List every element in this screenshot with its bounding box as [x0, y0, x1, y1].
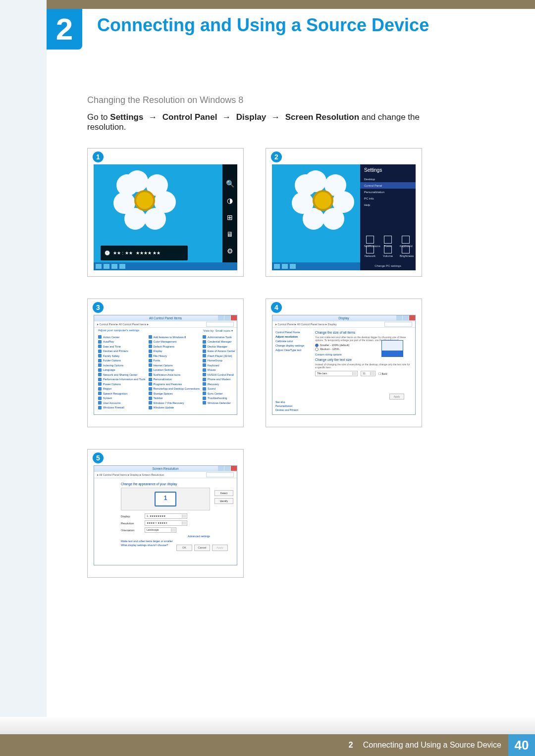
- settings-item-control-panel[interactable]: Control Panel: [360, 182, 416, 189]
- control-panel-item[interactable]: Folder Options: [98, 359, 146, 362]
- taskbar[interactable]: [272, 262, 366, 270]
- control-panel-item[interactable]: User Accounts: [98, 401, 146, 404]
- link-make-larger[interactable]: Make text and other items larger or smal…: [121, 540, 210, 543]
- side-link-calibrate-color[interactable]: Calibrate color: [275, 340, 308, 343]
- keyboard-icon[interactable]: Keyboard: [400, 236, 412, 248]
- display-dropdown[interactable]: 1. ★★★★★★★★: [145, 513, 187, 519]
- control-panel-item[interactable]: Fonts: [149, 359, 200, 362]
- apply-button[interactable]: Apply: [389, 394, 404, 400]
- control-panel-item[interactable]: Taskbar: [149, 397, 200, 400]
- control-panel-item[interactable]: Troubleshooting: [203, 397, 235, 400]
- control-panel-item[interactable]: Notification Area Icons: [149, 373, 200, 376]
- control-panel-window[interactable]: All Control Panel Items ▸ Control Panel …: [94, 315, 237, 415]
- control-panel-item[interactable]: Ease of Access Center: [203, 350, 235, 353]
- control-panel-item[interactable]: AutoPlay: [98, 340, 146, 344]
- control-panel-item[interactable]: Sync Center: [203, 392, 235, 395]
- control-panel-item[interactable]: Display: [149, 350, 200, 353]
- control-panel-item[interactable]: Windows Firewall: [98, 406, 146, 409]
- minimize-button[interactable]: [218, 315, 224, 320]
- control-panel-item[interactable]: Region: [98, 387, 146, 391]
- maximize-button[interactable]: [224, 315, 230, 320]
- control-panel-item[interactable]: Default Programs: [149, 345, 200, 348]
- cancel-button[interactable]: Cancel: [194, 545, 210, 551]
- control-panel-item[interactable]: Language: [98, 368, 146, 372]
- notifications-icon[interactable]: Notifications: [364, 236, 376, 248]
- control-panel-item[interactable]: Internet Options: [149, 363, 200, 367]
- control-panel-item[interactable]: Windows Defender: [203, 401, 235, 404]
- settings-charm-panel[interactable]: Settings Desktop Control Panel Personali…: [360, 164, 416, 270]
- breadcrumb[interactable]: ▸ All Control Panel Items ▸ Display ▸ Sc…: [97, 473, 164, 476]
- devices-icon[interactable]: 🖥: [226, 230, 234, 238]
- control-panel-item[interactable]: Location Settings: [149, 368, 200, 372]
- minimize-button[interactable]: [396, 315, 402, 320]
- search-input[interactable]: [206, 472, 234, 477]
- bold-checkbox[interactable]: ☐ Bold: [378, 372, 387, 375]
- control-panel-item[interactable]: Administrative Tools: [203, 335, 235, 339]
- breadcrumb-bar[interactable]: ▸ Control Panel ▸ All Control Panel Item…: [94, 321, 237, 328]
- control-panel-item[interactable]: System: [98, 397, 146, 400]
- maximize-button[interactable]: [403, 315, 409, 320]
- taskbar[interactable]: [94, 262, 237, 270]
- control-panel-item[interactable]: Programs and Features: [149, 382, 200, 386]
- search-input[interactable]: [206, 322, 234, 327]
- see-also-personalization[interactable]: Personalization: [275, 404, 298, 407]
- change-pc-settings-link[interactable]: Change PC settings: [360, 264, 416, 267]
- charms-bar[interactable]: 🔍 ◑ ⊞ 🖥 ⚙: [222, 164, 237, 270]
- advanced-settings-link[interactable]: Advanced settings: [121, 535, 210, 538]
- text-size-dropdown[interactable]: 11: [361, 371, 375, 376]
- breadcrumb[interactable]: ▸ Control Panel ▸ All Control Panel Item…: [275, 323, 337, 326]
- see-also-devices[interactable]: Devices and Printers: [275, 408, 298, 411]
- text-size-row[interactable]: Title bars 11 ☐ Bold: [315, 371, 411, 376]
- search-icon[interactable]: 🔍: [226, 180, 234, 188]
- resolution-dropdown[interactable]: ★★★★ × ★★★★ ▾: [145, 520, 187, 526]
- control-panel-item[interactable]: Windows Update: [149, 406, 200, 409]
- control-panel-item[interactable]: Speech Recognition: [98, 392, 146, 395]
- side-link-home[interactable]: Control Panel Home: [275, 331, 308, 334]
- share-icon[interactable]: ◑: [226, 197, 234, 204]
- control-panel-item[interactable]: Performance Information and Tools: [98, 378, 146, 381]
- settings-item-help[interactable]: Help: [364, 202, 412, 208]
- close-button[interactable]: [231, 466, 237, 471]
- control-panel-item[interactable]: Sound: [203, 387, 235, 391]
- apply-button[interactable]: Apply: [212, 545, 228, 551]
- settings-icon[interactable]: ⚙: [226, 247, 234, 255]
- window-buttons[interactable]: [396, 315, 415, 320]
- ok-button[interactable]: OK: [176, 545, 192, 551]
- control-panel-item[interactable]: NVIDIA Control Panel: [203, 373, 235, 376]
- settings-item-desktop[interactable]: Desktop: [364, 176, 412, 182]
- start-icon[interactable]: ⊞: [226, 213, 234, 221]
- breadcrumb-bar[interactable]: ▸ All Control Panel Items ▸ Display ▸ Sc…: [94, 472, 237, 478]
- side-link-change-display[interactable]: Change display settings: [275, 344, 308, 347]
- side-link-adjust-resolution[interactable]: Adjust resolution: [275, 335, 308, 338]
- control-panel-item[interactable]: Keyboard: [203, 363, 235, 367]
- search-input[interactable]: [384, 322, 412, 327]
- settings-item-personalization[interactable]: Personalization: [364, 189, 412, 195]
- text-item-dropdown[interactable]: Title bars: [315, 371, 358, 376]
- control-panel-item[interactable]: RemoteApp and Desktop Connections: [149, 387, 200, 391]
- control-panel-item[interactable]: File History: [149, 354, 200, 357]
- side-link-cleartype[interactable]: Adjust ClearType text: [275, 349, 308, 352]
- control-panel-item[interactable]: Recovery: [203, 382, 235, 386]
- minimize-button[interactable]: [218, 466, 224, 471]
- control-panel-item[interactable]: Storage Spaces: [149, 392, 200, 395]
- control-panel-item[interactable]: Mouse: [203, 368, 235, 372]
- control-panel-item[interactable]: Family Safety: [98, 354, 146, 357]
- close-button[interactable]: [409, 315, 415, 320]
- identify-button[interactable]: Identify: [214, 498, 233, 504]
- control-panel-item[interactable]: Date and Time: [98, 345, 146, 348]
- control-panel-item[interactable]: Personalization: [149, 378, 200, 381]
- close-button[interactable]: [231, 315, 237, 320]
- control-panel-item[interactable]: Device Manager: [203, 345, 235, 348]
- control-panel-item[interactable]: Color Management: [149, 340, 200, 344]
- control-panel-item[interactable]: Credential Manager: [203, 340, 235, 344]
- control-panel-item[interactable]: Windows 7 File Recovery: [149, 401, 200, 404]
- control-panel-item[interactable]: Flash Player (32-bit): [203, 354, 235, 357]
- power-icon[interactable]: Power: [382, 236, 394, 248]
- detect-button[interactable]: Detect: [214, 490, 233, 496]
- display-preview-area[interactable]: 1 Detect Identify: [121, 488, 210, 510]
- control-panel-item[interactable]: Power Options: [98, 382, 146, 386]
- control-panel-item[interactable]: HomeGroup: [203, 359, 235, 362]
- monitor-1-icon[interactable]: 1: [155, 492, 176, 506]
- control-panel-item[interactable]: Indexing Options: [98, 363, 146, 367]
- window-buttons[interactable]: [217, 466, 237, 471]
